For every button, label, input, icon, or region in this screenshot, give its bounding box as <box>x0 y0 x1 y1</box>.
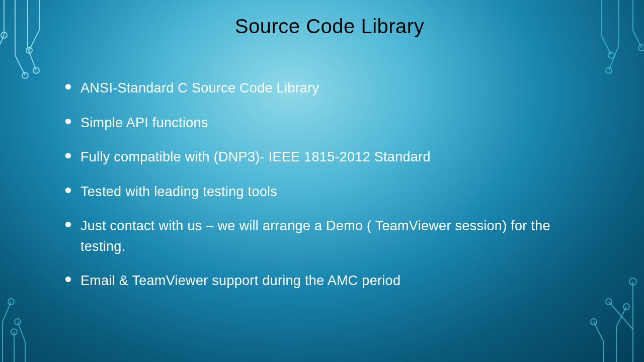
list-item: Fully compatible with (DNP3)- IEEE 1815-… <box>65 147 594 167</box>
list-item: ANSI-Standard C Source Code Library <box>65 78 594 99</box>
list-item: Just contact with us – we will arrange a… <box>65 216 594 256</box>
list-item: Tested with leading testing tools <box>65 182 594 202</box>
list-item: Simple API functions <box>65 113 594 133</box>
slide: Source Code Library ANSI-Standard C Sour… <box>0 0 644 362</box>
bullet-list: ANSI-Standard C Source Code Library Simp… <box>65 78 594 291</box>
list-item: Email & TeamViewer support during the AM… <box>65 270 594 291</box>
slide-title: Source Code Library <box>65 15 594 38</box>
